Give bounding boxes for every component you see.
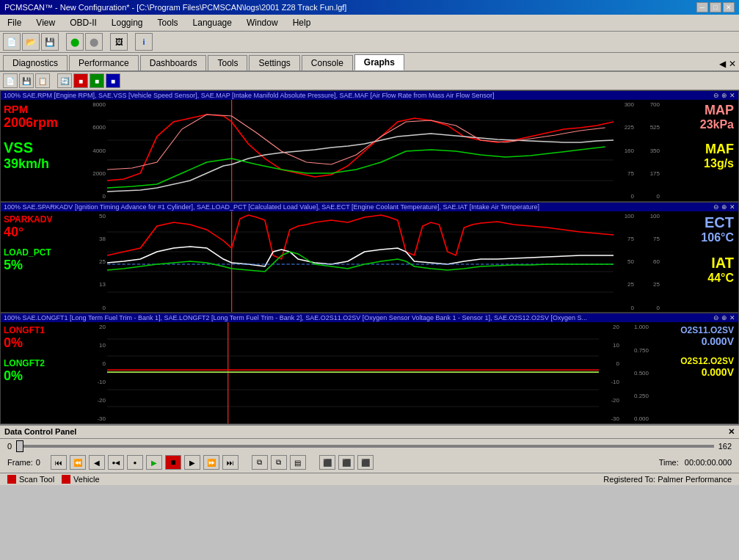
rpm-label: RPM [4, 103, 82, 115]
registered-to: Registered To: Palmer Performance [603, 475, 732, 484]
dcp-close-button[interactable]: ✕ [728, 427, 735, 437]
tab-console[interactable]: Console [302, 55, 353, 70]
maf-label: MAF [704, 142, 734, 157]
toolbar: 📄 📂 💾 ⬤ ⬤ 🖼 i [0, 32, 739, 53]
graph-tb-options[interactable]: ■ [106, 73, 120, 88]
dcp-export1-button[interactable]: ▤ [290, 455, 306, 470]
graph-panel-2-chart[interactable] [107, 211, 614, 313]
title-bar-buttons: ─ □ ✕ [696, 2, 735, 12]
graph-panel-3-yscale-left: 20 10 0 -10 -20 -30 [85, 322, 107, 423]
dcp-first-button[interactable]: ⏮ [51, 455, 67, 470]
iat-value: 44°C [707, 272, 734, 285]
graph-panel-3-controls: ⊖ ⊕ ✕ [713, 314, 735, 321]
time-label: Time: [659, 458, 679, 467]
graph-panel-1-minus[interactable]: ⊖ [713, 92, 719, 99]
graph-tb-refresh[interactable]: 🔄 [57, 73, 72, 88]
data-control-panel: Data Control Panel ✕ 0 162 Frame: 0 ⏮ ⏪ … [0, 424, 739, 473]
menu-help[interactable]: Help [288, 16, 316, 29]
dcp-export4-button[interactable]: ⬛ [357, 455, 374, 470]
info-button[interactable]: i [135, 33, 153, 51]
dcp-rec-button[interactable]: ● [127, 455, 143, 470]
graph-panel-1-header: 100% SAE.RPM [Engine RPM], SAE.VSS [Vehi… [1, 91, 738, 100]
graph-tb-save[interactable]: 💾 [19, 73, 34, 88]
graph-tb-copy[interactable]: 📋 [35, 73, 50, 88]
graph-panel-2-yscale-mid: 100 75 50 25 0 [614, 211, 636, 313]
o2s12-value: 0.000V [680, 366, 734, 378]
graph-panel-3-yscale-right: 1.000 0.750 0.500 0.250 0.000 [621, 322, 650, 423]
time-value: 00:00:00.000 [685, 458, 732, 467]
load-pct-value: 5% [4, 258, 82, 273]
dcp-next-fast-button[interactable]: ⏩ [203, 455, 219, 470]
connect-button[interactable]: ⬤ [66, 33, 84, 51]
ect-label: ECT [701, 214, 734, 231]
dcp-export3-button[interactable]: ⬛ [338, 455, 354, 470]
dcp-prev-fast-button[interactable]: ⏪ [70, 455, 86, 470]
graph-panel-1-right-labels: MAP 23kPa MAF 13g/s [661, 100, 738, 201]
graph-panel-1-close[interactable]: ✕ [729, 92, 735, 99]
menu-file[interactable]: File [3, 16, 26, 29]
dcp-next-button[interactable]: ▶ [184, 455, 200, 470]
dcp-play-button[interactable]: ▶ [146, 455, 162, 470]
window-title: PCMSCAN™ - New Configuration* - [C:\Prog… [4, 3, 346, 12]
tab-settings[interactable]: Settings [249, 55, 299, 70]
sparkadv-value: 40° [4, 225, 82, 240]
graph-panel-1-left-labels: RPM 2006rpm VSS 39km/h [1, 100, 85, 201]
vss-value: 39km/h [4, 156, 82, 172]
tab-dashboards[interactable]: Dashboards [140, 55, 207, 70]
graph-panel-3-chart[interactable] [107, 322, 599, 423]
graph-panel-2-minus[interactable]: ⊖ [713, 203, 719, 211]
graph-tb-color[interactable]: ■ [90, 73, 104, 88]
tab-bar-scroll-left[interactable]: ◀ [719, 59, 726, 69]
graph-panel-3-close[interactable]: ✕ [729, 314, 735, 321]
graph-tb-stop[interactable]: ■ [73, 73, 88, 88]
tab-tools[interactable]: Tools [208, 55, 247, 70]
menu-view[interactable]: View [32, 16, 59, 29]
graph-panel-3-settings[interactable]: ⊕ [721, 314, 727, 321]
dcp-prev-button[interactable]: ◀ [89, 455, 105, 470]
graph-panel-2-header: 100% SAE.SPARKADV [Ignition Timing Advan… [1, 203, 738, 211]
tab-graphs[interactable]: Graphs [354, 54, 404, 70]
graph-tb-new[interactable]: 📄 [3, 73, 18, 88]
screenshot-button[interactable]: 🖼 [110, 33, 128, 51]
longft1-value: 0% [4, 335, 82, 351]
graph-panel-3-header: 100% SAE.LONGFT1 [Long Term Fuel Trim - … [1, 313, 738, 322]
menu-window[interactable]: Window [242, 16, 283, 29]
minimize-button[interactable]: ─ [696, 2, 708, 12]
graph-panel-1-yscale-right: 700 525 350 175 0 [636, 100, 661, 201]
graph-panel-3-minus[interactable]: ⊖ [713, 314, 719, 321]
dcp-rec-prev-button[interactable]: ●◀ [108, 455, 124, 470]
longft1-label: LONGFT1 [4, 325, 82, 335]
menu-tools[interactable]: Tools [153, 16, 183, 29]
new-button[interactable]: 📄 [3, 33, 21, 51]
graph-panel-2-close[interactable]: ✕ [729, 203, 735, 211]
rpm-value: 2006rpm [4, 115, 82, 131]
tab-bar-close[interactable]: ✕ [729, 59, 736, 69]
dcp-stop-button[interactable]: ■ [165, 455, 181, 470]
graph-panel-3: 100% SAE.LONGFT1 [Long Term Fuel Trim - … [0, 313, 739, 424]
tab-performance[interactable]: Performance [69, 55, 139, 70]
menu-language[interactable]: Language [189, 16, 236, 29]
graph-panel-1-yscale-mid: 300 225 160 75 0 [614, 100, 636, 201]
save-button[interactable]: 💾 [41, 33, 59, 51]
dcp-export2-button[interactable]: ⬛ [319, 455, 335, 470]
open-button[interactable]: 📂 [22, 33, 40, 51]
graph-panel-2-settings[interactable]: ⊕ [721, 203, 727, 211]
dcp-last-button[interactable]: ⏭ [222, 455, 239, 470]
graph-panel-3-left-labels: LONGFT1 0% LONGFT2 0% [1, 322, 85, 423]
dcp-slider[interactable] [16, 445, 714, 448]
menu-obd2[interactable]: OBD-II [65, 16, 101, 29]
graphs-toolbar: 📄 💾 📋 🔄 ■ ■ ■ [0, 72, 739, 90]
tab-diagnostics[interactable]: Diagnostics [3, 55, 68, 70]
vehicle-indicator [62, 475, 70, 484]
disconnect-button[interactable]: ⬤ [85, 33, 103, 51]
menu-logging[interactable]: Logging [107, 16, 148, 29]
graph-panel-1-settings[interactable]: ⊕ [721, 92, 727, 99]
dcp-copy-button[interactable]: ⧉ [252, 455, 268, 470]
close-window-button[interactable]: ✕ [723, 2, 735, 12]
longft2-label: LONGFT2 [4, 358, 82, 368]
maximize-button[interactable]: □ [710, 2, 721, 12]
scan-tool-indicator [7, 475, 16, 484]
frame-value: 0 [36, 458, 40, 467]
graph-panel-1-chart[interactable] [107, 100, 614, 201]
dcp-paste-button[interactable]: ⧉ [271, 455, 287, 470]
